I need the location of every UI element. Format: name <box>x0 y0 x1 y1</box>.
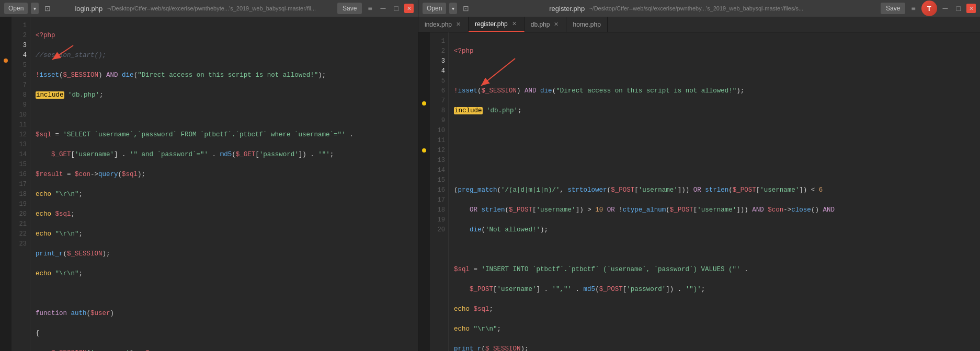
left-file-title: login.php <box>75 5 102 13</box>
right-panel: Open ▾ ⊡ register.php ~/Desktop/Ctfer--w… <box>418 0 980 351</box>
left-panel: Open ▾ ⊡ login.php ~/Desktop/Ctfer--web/… <box>0 0 418 351</box>
left-title-bar: Open ▾ ⊡ login.php ~/Desktop/Ctfer--web/… <box>0 0 418 17</box>
right-open-arrow-button[interactable]: ▾ <box>449 3 457 14</box>
tab-register-close[interactable]: ✕ <box>511 20 518 27</box>
left-title-center: login.php ~/Desktop/Ctfer--web/sql/excer… <box>56 5 334 13</box>
left-open-button[interactable]: Open <box>4 3 28 14</box>
right-open-button[interactable]: Open <box>423 3 446 14</box>
tab-home-php[interactable]: home.php <box>566 17 607 32</box>
right-file-title: register.php <box>549 5 585 13</box>
left-code-wrapper: 1 2 3 4 5 6 7 8 9 10 11 12 13 14 15 16 1… <box>0 17 418 351</box>
tab-index-php[interactable]: index.php ✕ <box>418 17 469 32</box>
right-file-path: ~/Desktop/Ctfer--web/sql/excerise/pwnthe… <box>589 5 803 11</box>
indicator-dot-orange <box>4 58 8 63</box>
left-gutter-indicators <box>0 17 12 351</box>
right-minimize-button[interactable]: ─ <box>940 3 951 14</box>
left-close-button[interactable]: ✕ <box>404 4 414 13</box>
right-title-bar: Open ▾ ⊡ register.php ~/Desktop/Ctfer--w… <box>418 0 980 17</box>
left-line-numbers: 1 2 3 4 5 6 7 8 9 10 11 12 13 14 15 16 1… <box>12 17 30 351</box>
right-line-numbers: 1 2 3 4 5 6 7 8 9 10 11 12 13 14 15 16 1… <box>430 32 449 351</box>
right-tabs-bar: index.php ✕ register.php ✕ db.php ✕ home… <box>418 17 980 32</box>
left-maximize-button[interactable]: □ <box>392 3 401 14</box>
indicator-dot-yellow-2 <box>422 148 426 153</box>
tab-db-php[interactable]: db.php ✕ <box>525 17 567 32</box>
left-open-arrow-button[interactable]: ▾ <box>31 3 39 14</box>
right-title-center: register.php ~/Desktop/Ctfer--web/sql/ex… <box>475 5 878 13</box>
left-code-content[interactable]: <?php //session_start(); !isset($_SESSIO… <box>30 17 418 351</box>
right-code-wrapper: 1 2 3 4 5 6 7 8 9 10 11 12 13 14 15 16 1… <box>418 32 980 351</box>
right-menu-button[interactable]: ≡ <box>908 3 918 14</box>
right-gutter-indicators <box>418 32 430 351</box>
right-save-button[interactable]: Save <box>881 3 905 14</box>
left-save-button[interactable]: Save <box>337 3 362 14</box>
user-avatar: T <box>921 1 937 16</box>
right-icon-btn[interactable]: ⊡ <box>460 3 472 14</box>
left-file-path: ~/Desktop/Ctfer--web/sql/excerise/pwnthe… <box>107 5 316 11</box>
tab-db-close[interactable]: ✕ <box>553 21 560 28</box>
right-maximize-button[interactable]: □ <box>954 3 963 14</box>
right-code-content[interactable]: <?php !isset($_SESSION) AND die("Direct … <box>449 32 980 351</box>
left-minimize-button[interactable]: ─ <box>378 3 389 14</box>
indicator-dot-yellow-1 <box>422 101 426 106</box>
tab-index-close[interactable]: ✕ <box>455 21 462 28</box>
left-menu-button[interactable]: ≡ <box>365 3 374 14</box>
tab-register-php[interactable]: register.php ✕ <box>469 17 525 32</box>
right-close-button[interactable]: ✕ <box>966 4 976 13</box>
left-icon-btn[interactable]: ⊡ <box>42 3 53 14</box>
